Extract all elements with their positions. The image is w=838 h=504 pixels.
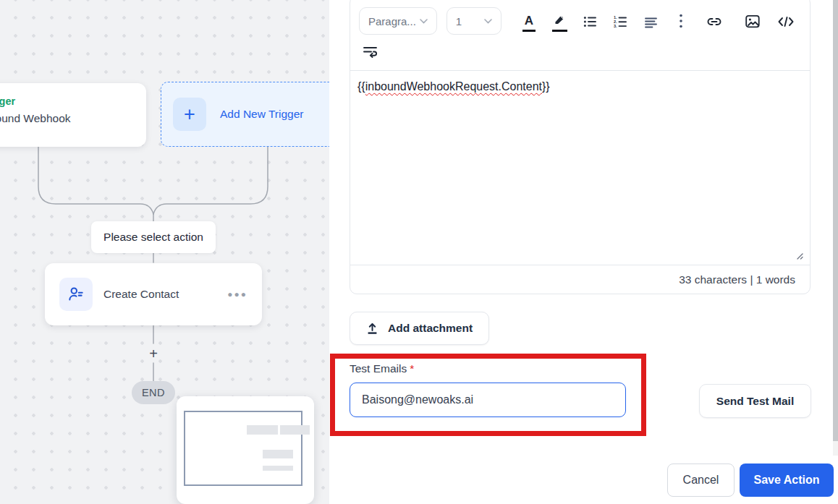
cancel-button[interactable]: Cancel bbox=[667, 464, 735, 497]
scrollbar-thumb[interactable] bbox=[833, 0, 838, 441]
text-wrap-button[interactable] bbox=[361, 42, 378, 64]
resize-handle-icon[interactable] bbox=[795, 251, 803, 260]
contact-icon bbox=[59, 278, 93, 311]
align-left-icon bbox=[644, 16, 658, 29]
text-color-button[interactable]: A bbox=[520, 10, 538, 32]
insert-link-button[interactable] bbox=[706, 10, 723, 32]
insert-link-icon bbox=[706, 14, 723, 29]
code-view-button[interactable] bbox=[777, 10, 795, 32]
rich-text-editor: Paragra... 1 A bbox=[350, 0, 811, 294]
create-contact-action-card[interactable]: Create Contact ●●● bbox=[45, 263, 262, 325]
email-action-panel: Paragra... 1 A bbox=[329, 0, 838, 504]
add-new-trigger-button[interactable]: + Add New Trigger bbox=[161, 82, 343, 147]
insert-image-button[interactable] bbox=[744, 10, 761, 32]
preview-widget-card bbox=[177, 396, 314, 504]
skeleton-bar bbox=[263, 466, 293, 471]
text-color-icon: A bbox=[522, 14, 536, 32]
ordered-list-icon: 1.2.3. bbox=[613, 14, 627, 29]
highlight-button[interactable] bbox=[551, 10, 568, 32]
required-asterisk: * bbox=[410, 362, 414, 375]
font-size-value: 1 bbox=[456, 15, 462, 27]
paragraph-style-dropdown[interactable]: Paragra... bbox=[359, 7, 437, 35]
skeleton-bar bbox=[247, 425, 278, 435]
select-action-placeholder: Please select action bbox=[91, 221, 216, 253]
code-view-icon bbox=[777, 14, 795, 29]
skeleton-bar bbox=[280, 425, 310, 435]
email-body-editor[interactable]: {{inboundWebhookRequest.Content}} bbox=[350, 71, 810, 265]
add-action-button[interactable]: + bbox=[145, 345, 162, 362]
bullet-list-button[interactable] bbox=[581, 10, 598, 32]
svg-text:3.: 3. bbox=[614, 24, 617, 28]
trigger-card-inbound-webhook[interactable]: Trigger Inbound Webhook bbox=[0, 83, 146, 147]
trigger-card-category: Trigger bbox=[0, 95, 146, 107]
card-menu-icon[interactable]: ●●● bbox=[227, 289, 247, 299]
scrollbar-track[interactable] bbox=[833, 0, 838, 456]
upload-icon bbox=[366, 323, 378, 335]
character-word-counter: 33 characters | 1 words bbox=[679, 273, 795, 286]
chevron-down-icon bbox=[420, 19, 428, 24]
create-contact-label: Create Contact bbox=[103, 288, 179, 301]
test-emails-label: Test Emails* bbox=[350, 362, 414, 375]
editor-counter-bar: 33 characters | 1 words bbox=[350, 265, 810, 294]
workflow-canvas[interactable]: Trigger Inbound Webhook + Add New Trigge… bbox=[0, 0, 329, 504]
text-wrap-icon bbox=[363, 45, 378, 58]
merge-tag-text: {{inboundWebhookRequest.Content}} bbox=[357, 80, 550, 93]
plus-icon: + bbox=[173, 98, 206, 131]
merge-token: inboundWebhookRequest.Content bbox=[365, 80, 542, 93]
font-size-dropdown[interactable]: 1 bbox=[446, 7, 501, 35]
highlighter-icon bbox=[552, 13, 567, 32]
chevron-down-icon bbox=[484, 19, 492, 24]
add-new-trigger-label: Add New Trigger bbox=[220, 108, 303, 121]
preview-widget-frame bbox=[184, 411, 302, 486]
skeleton-bar bbox=[263, 450, 293, 458]
send-test-mail-button[interactable]: Send Test Mail bbox=[699, 384, 811, 418]
test-emails-input[interactable] bbox=[350, 383, 626, 417]
add-attachment-label: Add attachment bbox=[388, 322, 473, 335]
insert-image-icon bbox=[745, 14, 761, 29]
trigger-card-title: Inbound Webhook bbox=[0, 112, 146, 125]
editor-toolbar: Paragra... 1 A bbox=[350, 0, 810, 71]
bullet-list-icon bbox=[583, 14, 597, 29]
paragraph-style-value: Paragra... bbox=[368, 15, 416, 27]
save-action-button[interactable]: Save Action bbox=[740, 464, 834, 497]
ordered-list-button[interactable]: 1.2.3. bbox=[611, 10, 629, 32]
select-action-label: Please select action bbox=[103, 231, 203, 244]
workflow-end-badge: END bbox=[132, 381, 175, 404]
add-attachment-button[interactable]: Add attachment bbox=[350, 312, 489, 345]
more-options-button[interactable] bbox=[672, 10, 690, 32]
more-options-icon bbox=[679, 13, 683, 29]
align-button[interactable] bbox=[642, 10, 659, 32]
